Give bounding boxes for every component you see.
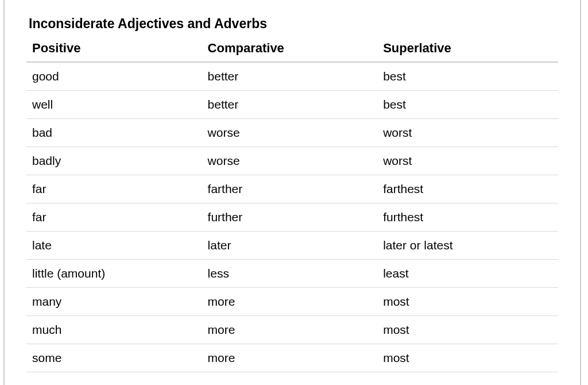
cell-positive: much <box>26 316 202 344</box>
adjectives-table: Positive Comparative Superlative good be… <box>26 37 558 372</box>
cell-comparative: better <box>202 91 378 119</box>
table-row: little (amount) less least <box>26 260 558 288</box>
cell-comparative: less <box>202 260 378 288</box>
cell-positive: far <box>26 175 202 203</box>
cell-superlative: most <box>377 316 558 344</box>
cell-positive: badly <box>26 147 202 175</box>
cell-superlative: furthest <box>377 203 558 232</box>
cell-comparative: better <box>202 62 378 91</box>
table-row: much more most <box>26 316 558 344</box>
cell-positive: late <box>26 232 202 260</box>
cell-positive: some <box>26 344 202 372</box>
table-row: bad worse worst <box>26 119 558 147</box>
cell-positive: many <box>26 288 202 316</box>
table-row: well better best <box>26 91 558 119</box>
cell-comparative: more <box>202 344 378 372</box>
cell-superlative: best <box>377 91 558 119</box>
cell-comparative: further <box>202 203 378 232</box>
table-row: late later later or latest <box>26 232 558 260</box>
cell-positive: well <box>26 91 202 119</box>
table-body: good better best well better best bad wo… <box>26 62 558 372</box>
table-row: good better best <box>26 62 558 91</box>
header-positive: Positive <box>26 37 202 62</box>
table-header-row: Positive Comparative Superlative <box>26 37 558 62</box>
table-row: many more most <box>26 288 558 316</box>
cell-superlative: later or latest <box>377 232 558 260</box>
header-comparative: Comparative <box>202 37 378 62</box>
cell-positive: good <box>26 62 202 91</box>
cell-superlative: worst <box>377 119 558 147</box>
cell-comparative: worse <box>202 119 378 147</box>
header-superlative: Superlative <box>377 37 558 62</box>
table-title: Inconsiderate Adjectives and Adverbs <box>26 16 558 32</box>
cell-comparative: worse <box>202 147 378 175</box>
table-row: badly worse worst <box>26 147 558 175</box>
cell-comparative: more <box>202 316 378 344</box>
table-row: far farther farthest <box>26 175 558 203</box>
cell-positive: bad <box>26 119 202 147</box>
cell-superlative: most <box>377 288 558 316</box>
cell-comparative: farther <box>202 175 378 203</box>
cell-superlative: farthest <box>377 175 558 203</box>
cell-positive: far <box>26 203 202 232</box>
cell-positive: little (amount) <box>26 260 202 288</box>
table-row: some more most <box>26 344 558 372</box>
cell-superlative: best <box>377 62 558 91</box>
cell-superlative: most <box>377 344 558 372</box>
cell-comparative: more <box>202 288 378 316</box>
content-panel: Inconsiderate Adjectives and Adverbs Pos… <box>3 0 581 385</box>
cell-superlative: worst <box>377 147 558 175</box>
cell-comparative: later <box>202 232 378 260</box>
table-row: far further furthest <box>26 203 558 232</box>
cell-superlative: least <box>377 260 558 288</box>
